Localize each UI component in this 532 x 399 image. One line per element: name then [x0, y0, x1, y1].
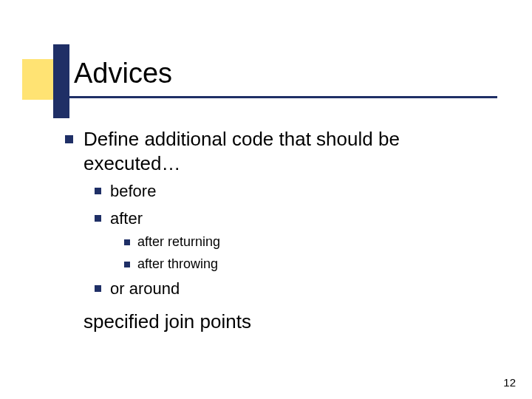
square-bullet-icon [95, 188, 101, 194]
bullet-text: after [110, 208, 143, 230]
slide: Advices Define additional code that shou… [0, 0, 532, 399]
bullet-level1: Define additional code that should be ex… [65, 127, 486, 175]
closing-text: specified join points [83, 310, 486, 333]
square-bullet-icon [124, 239, 130, 245]
slide-title: Advices [74, 58, 172, 89]
square-bullet-icon [95, 285, 101, 292]
bullet-text: before [110, 181, 156, 202]
title-underline [69, 96, 497, 98]
bullet-text: after throwing [137, 256, 218, 273]
bullet-level2: after [95, 208, 486, 230]
slide-body: Define additional code that should be ex… [65, 127, 486, 333]
bullet-level3: after returning [124, 233, 486, 250]
bullet-text: Define additional code that should be ex… [83, 127, 486, 175]
accent-bar-navy [53, 44, 69, 118]
bullet-level2: or around [95, 279, 486, 300]
square-bullet-icon [95, 215, 101, 222]
bullet-level2: before [95, 181, 486, 202]
square-bullet-icon [124, 262, 130, 267]
bullet-text: or around [110, 279, 180, 300]
page-number: 12 [503, 376, 516, 389]
square-bullet-icon [65, 135, 73, 143]
bullet-level3: after throwing [124, 256, 486, 273]
bullet-text: after returning [137, 233, 220, 250]
